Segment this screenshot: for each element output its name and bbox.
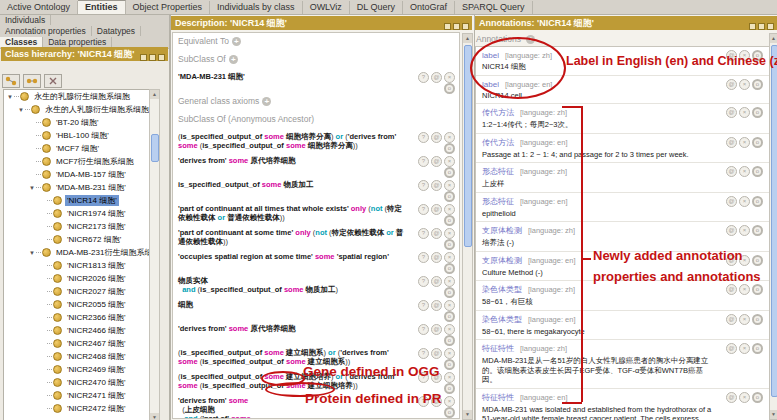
axiom-row[interactable]: 'derives from' some 原代培养细胞?@×o [178,324,459,346]
tab-sparql-query[interactable]: SPARQL Query [455,1,533,14]
delete-button[interactable]: × [739,137,750,148]
edit-button[interactable]: @ [431,348,442,359]
annotate-button[interactable]: o [444,407,455,418]
tree-item-nicr1813-细胞[interactable]: 'NICR1813 细胞' [4,259,150,272]
axiom-row[interactable]: 'MDA-MB-231 细胞'?@×o [178,72,459,94]
annotation-row[interactable]: 传代方法[language: zh]1:2~1:4传代；每周2~3次。@×o [476,104,769,134]
explain-button[interactable]: ? [418,132,429,143]
delete-button[interactable]: × [739,225,750,236]
edit-button[interactable]: @ [726,196,737,207]
scroll-down-arrow-icon[interactable]: ▼ [463,410,472,419]
scroll-down-arrow-icon[interactable]: ▼ [150,413,159,420]
scroll-up-arrow-icon[interactable]: ▲ [150,90,159,99]
tree-item-nicr2472-细胞[interactable]: 'NICR2472 细胞' [4,402,150,415]
delete-button[interactable]: × [444,204,455,215]
annotation-row[interactable]: 特征特性[language: zh]MDA-MB-231是从一名51岁的白人女性… [476,340,769,389]
axiom-row[interactable]: 'part of continuant at some time' only (… [178,228,459,250]
tree-item-nicr2173-细胞[interactable]: 'NICR2173 细胞' [4,220,150,233]
tree-item-mda-mb-231-细胞[interactable]: ▼'MDA-MB-231 细胞' [4,181,150,194]
tree-item-nicr2471-细胞[interactable]: 'NICR2471 细胞' [4,389,150,402]
annotation-row[interactable]: 染色体类型[language: zh]58~61，有巨核@×o [476,281,769,311]
edit-button[interactable]: @ [726,107,737,118]
edit-button[interactable]: @ [726,50,737,61]
edit-button[interactable]: @ [431,324,442,335]
tree-item-mcf7-细胞[interactable]: 'MCF7 细胞' [4,142,150,155]
annotate-button[interactable]: o [444,191,455,202]
annotate-button[interactable]: o [752,255,763,266]
annotate-button[interactable]: o [444,239,455,250]
tree-item-bt-20-细胞[interactable]: 'BT-20 细胞' [4,116,150,129]
explain-button[interactable]: ? [418,228,429,239]
tab-owlviz[interactable]: OWLViz [303,1,350,14]
annotate-button[interactable]: o [752,196,763,207]
annotation-row[interactable]: label[language: en]NICR14 cell@×o [476,76,769,105]
add-axiom-button[interactable]: + [229,55,238,64]
subtab-classes[interactable]: Classes [0,37,43,47]
edit-button[interactable]: @ [726,166,737,177]
edit-button[interactable]: @ [726,255,737,266]
edit-button[interactable]: @ [726,343,737,354]
tree-item-nicr2470-细胞[interactable]: 'NICR2470 细胞' [4,376,150,389]
annotate-button[interactable]: o [444,143,455,154]
delete-button[interactable]: × [444,324,455,335]
axiom-row[interactable]: (is_specified_output_of some 建立细胞系) or (… [178,348,459,370]
annotate-button[interactable]: o [752,225,763,236]
annotate-button[interactable]: o [752,137,763,148]
edit-button[interactable]: @ [431,300,442,311]
tree-item-mda-mb-157-细胞[interactable]: 'MDA-MB-157 细胞' [4,168,150,181]
delete-button[interactable]: × [739,107,750,118]
delete-button[interactable]: × [739,196,750,207]
tree-item-nicr14-细胞[interactable]: 'NICR14 细胞' [4,194,150,207]
expanded-arrow-icon[interactable]: ▼ [28,250,36,256]
edit-button[interactable]: @ [431,372,442,383]
explain-button[interactable]: ? [418,276,429,287]
annotate-button[interactable]: o [444,383,455,394]
delete-button[interactable]: × [444,228,455,239]
scroll-up-arrow-icon[interactable]: ▲ [770,34,777,43]
delete-button[interactable]: × [739,284,750,295]
edit-button[interactable]: @ [431,156,442,167]
annotate-button[interactable]: o [444,311,455,322]
expanded-arrow-icon[interactable]: ▼ [6,94,14,100]
axiom-row[interactable]: 'derives from' some (上皮细胞 and ('part of'… [178,396,459,419]
annotate-button[interactable]: o [752,284,763,295]
tab-entities[interactable]: Entities [78,0,126,14]
tree-item-hbl-100-细胞[interactable]: 'HBL-100 细胞' [4,129,150,142]
edit-button[interactable]: @ [726,314,737,325]
annotate-button[interactable]: o [752,50,763,61]
delete-button[interactable]: × [444,132,455,143]
add-axiom-button[interactable]: + [232,37,241,46]
edit-button[interactable]: @ [431,204,442,215]
tree-item-mda-mb-231衍生细胞系细胞[interactable]: ▼MDA-MB-231衍生细胞系细胞 [4,246,150,259]
scroll-down-arrow-icon[interactable]: ▼ [770,410,777,419]
subtab-datatypes[interactable]: Datatypes [92,26,141,36]
edit-button[interactable]: @ [726,225,737,236]
subtab-annotation-properties[interactable]: Annotation properties [0,26,92,36]
delete-button[interactable]: × [739,314,750,325]
tree-item-nicr672-细胞[interactable]: 'NICR672 细胞' [4,233,150,246]
annotate-button[interactable]: o [444,359,455,370]
edit-button[interactable]: @ [431,276,442,287]
annotation-row[interactable]: 特征特性[language: en]MDA-MB-231 was isolate… [476,389,769,420]
tree-item-nicr2027-细胞[interactable]: 'NICR2027 细胞' [4,285,150,298]
annotate-button[interactable]: o [444,215,455,226]
annotations-scroll-thumb[interactable] [771,45,777,397]
add-subclass-button[interactable] [2,74,20,88]
delete-button[interactable]: × [739,79,750,90]
edit-button[interactable]: @ [726,79,737,90]
explain-button[interactable]: ? [418,324,429,335]
annotate-button[interactable]: o [752,107,763,118]
tree-item-nicr2026-细胞[interactable]: 'NICR2026 细胞' [4,272,150,285]
subtab-individuals[interactable]: Individuals [0,15,51,25]
edit-button[interactable]: @ [726,392,737,403]
delete-button[interactable]: × [444,72,455,83]
explain-button[interactable]: ? [418,180,429,191]
tree-item-nicr2055-细胞[interactable]: 'NICR2055 细胞' [4,298,150,311]
delete-button[interactable]: × [444,348,455,359]
edit-button[interactable]: @ [431,72,442,83]
annotation-row[interactable]: 染色体类型[language: en]58~61, there is megak… [476,311,769,341]
delete-button[interactable]: × [739,255,750,266]
explain-button[interactable]: ? [418,156,429,167]
delete-button[interactable]: × [739,392,750,403]
edit-button[interactable]: @ [431,180,442,191]
